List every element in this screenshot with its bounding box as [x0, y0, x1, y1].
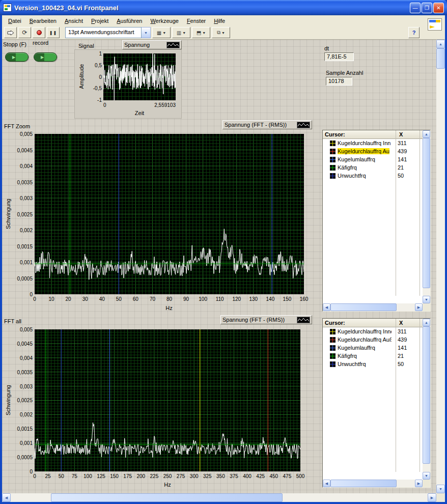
reorder-dropdown[interactable]: ⧉ ▼: [212, 27, 230, 38]
dt-label: dt: [324, 45, 329, 51]
scroll-left-button[interactable]: ◀: [323, 303, 330, 311]
run-button[interactable]: [4, 27, 17, 38]
cursor-name[interactable]: Unwuchtfrq: [338, 173, 366, 179]
scroll-left-button[interactable]: ◀: [323, 480, 330, 487]
scroll-thumb[interactable]: [423, 326, 430, 464]
scroll-right-button[interactable]: ▶: [428, 493, 436, 502]
cursor-row[interactable]: Kugeldurchlauffrq Auße439: [323, 335, 423, 344]
cursor-name[interactable]: Kugeldurchlauffrq Au: [338, 148, 389, 154]
x-tick-label: 450: [269, 473, 278, 479]
pause-icon: ❚❚: [49, 31, 57, 35]
scroll-down-button[interactable]: ▼: [423, 296, 430, 303]
cursor-name[interactable]: Kugeldurchlauffrq Inn: [338, 140, 390, 146]
menu-item-projekt[interactable]: Projekt: [87, 17, 113, 25]
scroll-right-button[interactable]: ▶: [415, 480, 423, 487]
help-button[interactable]: ?: [408, 27, 420, 38]
cursor-row[interactable]: Kugeldurchlauffrq Au439: [323, 147, 423, 155]
cursor-row[interactable]: Kugeldurchlauffrq Inne311: [323, 327, 423, 335]
signal-xlabel: Zeit: [114, 110, 165, 116]
close-button[interactable]: ✕: [433, 3, 444, 13]
scroll-thumb[interactable]: [330, 480, 397, 487]
font-selector[interactable]: 13pt Anwendungsschriftart ▼: [65, 27, 151, 38]
record-button[interactable]: ▶: [34, 52, 57, 62]
run-continuous-button[interactable]: ⟳: [18, 27, 31, 38]
x-tick-label: 175: [123, 473, 132, 479]
cursor-x-value: 21: [398, 164, 404, 171]
cursor-row[interactable]: Kugeldurchlauffrq Inn311: [323, 139, 423, 147]
panel-vscrollbar[interactable]: ▲▼: [436, 40, 445, 493]
y-tick-label: 0,004: [20, 163, 33, 169]
menu-items: DateiBearbeitenAnsichtProjektAusführenWe…: [4, 17, 229, 25]
x-tick-label: 0: [33, 296, 36, 302]
scroll-thumb[interactable]: [423, 138, 430, 288]
minimize-button[interactable]: —: [410, 3, 421, 13]
distribute-objects-dropdown[interactable]: ▥ ▼: [172, 27, 190, 38]
cursor-row[interactable]: Käfigfrq21: [323, 163, 423, 172]
cursor-row[interactable]: Kugelumlauffrq141: [323, 344, 423, 352]
signal-legend[interactable]: Spannung: [122, 40, 182, 49]
y-tick-label: 0,005: [20, 131, 33, 137]
cursor-name[interactable]: Kugelumlauffrq: [338, 345, 375, 351]
abort-icon: [37, 30, 42, 35]
stop-button[interactable]: ▶: [5, 52, 29, 62]
dt-field[interactable]: 7,81E-5: [324, 52, 354, 61]
scroll-thumb[interactable]: [51, 493, 283, 502]
pause-button[interactable]: ❚❚: [47, 27, 60, 38]
resize-objects-dropdown[interactable]: ⬒ ▼: [192, 27, 210, 38]
cursor-panel-hscrollbar[interactable]: ◀▶: [323, 303, 423, 311]
maximize-button[interactable]: ❐: [422, 3, 432, 13]
cursor-row[interactable]: Kugelumlauffrq141: [323, 155, 423, 163]
scroll-up-button[interactable]: ▲: [423, 319, 430, 326]
scroll-thumb[interactable]: [330, 303, 397, 311]
scroll-right-button[interactable]: ▶: [415, 303, 423, 311]
menu-item-fenster[interactable]: Fenster: [183, 17, 210, 25]
menu-item-datei[interactable]: Datei: [4, 17, 25, 25]
signal-yaxis: 10,50-0,5-1: [78, 51, 102, 103]
y-tick-label: 0,0025: [17, 212, 33, 217]
x-tick-label: 25: [45, 473, 51, 479]
x-tick-label: 140: [266, 296, 275, 302]
distribute-objects-icon: ▥: [177, 30, 181, 36]
cursor-crosshair-icon: [330, 329, 336, 334]
sample-count-label: Sample Anzahl: [326, 70, 363, 76]
cursor-name[interactable]: Kugeldurchlauffrq Auße: [338, 337, 392, 343]
scroll-up-button[interactable]: ▲: [423, 130, 430, 138]
menu-item-werkzeuge[interactable]: Werkzeuge: [146, 17, 182, 25]
menu-item-ansicht[interactable]: Ansicht: [61, 17, 87, 25]
scroll-down-button[interactable]: ▼: [436, 485, 445, 493]
vi-panel-icon[interactable]: [428, 18, 442, 31]
cursor-row[interactable]: Unwuchtfrq50: [323, 172, 423, 180]
fft-zoom-plot[interactable]: [35, 134, 304, 294]
menu-item-hilfe[interactable]: Hilfe: [210, 17, 229, 25]
scrollbar-corner: [423, 480, 430, 487]
align-objects-dropdown[interactable]: ▦ ▼: [152, 27, 171, 38]
scroll-down-button[interactable]: ▼: [423, 472, 430, 480]
cursor-name[interactable]: Käfigfrq: [338, 164, 357, 171]
signal-plot[interactable]: [103, 53, 176, 100]
cursor-panel-vscrollbar[interactable]: ▲▼: [423, 130, 430, 303]
cursor-panel-hscrollbar[interactable]: ◀▶: [323, 480, 423, 487]
x-tick-label: 2,559103: [154, 102, 176, 108]
cursor-name[interactable]: Kugelumlauffrq: [338, 156, 375, 162]
y-tick-label: 0,003: [20, 384, 33, 389]
fft-all-plot[interactable]: [35, 329, 300, 471]
scroll-thumb[interactable]: [436, 48, 445, 69]
sample-count-field[interactable]: 10178: [326, 77, 352, 86]
cursor-panel-vscrollbar[interactable]: ▲▼: [423, 319, 430, 480]
labview-window: Version_100423_04.vi Frontpanel — ❐ ✕ Da…: [0, 0, 447, 504]
menu-item-bearbeiten[interactable]: Bearbeiten: [25, 17, 61, 25]
scroll-up-button[interactable]: ▲: [436, 40, 445, 48]
cursor-row[interactable]: Unwuchtfrq50: [323, 360, 423, 368]
cursor-name[interactable]: Kugeldurchlauffrq Inne: [338, 328, 392, 334]
fft-zoom-legend[interactable]: Spannung (FFT - (RMS)): [222, 120, 312, 129]
fft-all-legend[interactable]: Spannung (FFT - (RMS)): [220, 315, 312, 324]
cursor-name[interactable]: Unwuchtfrq: [338, 361, 366, 367]
abort-button[interactable]: [33, 27, 45, 38]
panel-hscrollbar[interactable]: ◀▶: [2, 493, 436, 502]
cursor-panel-fft-zoom: Cursor: X Kugeldurchlauffrq Inn311Kugeld…: [322, 130, 431, 312]
cursor-row[interactable]: Käfigfrq21: [323, 352, 423, 360]
chevron-down-icon[interactable]: ▼: [142, 27, 151, 38]
cursor-name[interactable]: Käfigfrq: [338, 353, 357, 359]
scroll-left-button[interactable]: ◀: [2, 493, 11, 502]
menu-item-ausführen[interactable]: Ausführen: [113, 17, 146, 25]
